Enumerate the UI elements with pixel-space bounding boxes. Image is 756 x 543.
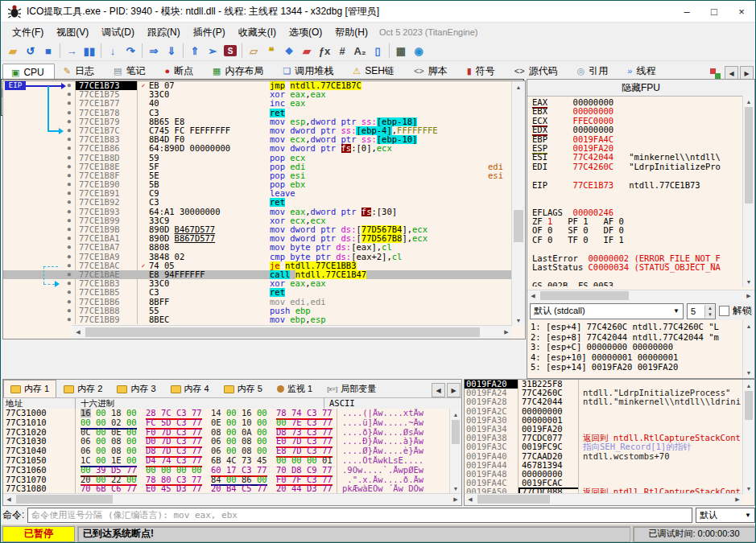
arguments-vscrollbar[interactable]: ▲ ▼ — [742, 320, 754, 378]
breakpoint-dot[interactable]: ● — [3, 261, 76, 270]
breakpoint-dot[interactable]: ● — [3, 279, 76, 288]
breakpoint-dot[interactable]: ● — [3, 198, 76, 207]
dump-tab-内存 4[interactable]: 内存 4 — [163, 380, 217, 397]
trace-into-user-icon[interactable]: ➢ — [204, 43, 221, 59]
dump-tab-scroll-left-icon[interactable]: ◀ — [432, 383, 445, 397]
unlock-checkbox[interactable] — [719, 306, 729, 316]
breakpoint-dot[interactable]: ● — [3, 189, 76, 198]
memory-goto-icon[interactable]: ▯ — [369, 43, 386, 59]
argument-line[interactable]: 4: [esp+10] 00000001 00000001 — [527, 352, 743, 363]
calculator-icon[interactable]: ▦ — [392, 43, 410, 59]
registers-vscrollbar[interactable]: ▲ ▼ — [742, 96, 754, 287]
disasm-row[interactable]: ●77CE1B7740inc eax — [3, 99, 512, 108]
tab-日志[interactable]: ✎日志 — [55, 61, 105, 80]
breakpoint-dot[interactable]: ● — [3, 253, 76, 261]
step-into-icon[interactable]: ↓ — [104, 43, 122, 59]
tab-CPU[interactable]: ▣CPU — [2, 64, 55, 80]
stack-row[interactable]: 0019FA3C0019FC9C指向SEH_Record[1]的指针 — [465, 442, 743, 451]
breakpoint-dot[interactable]: ● — [3, 288, 76, 297]
breakpoint-dot[interactable]: ● — [3, 171, 76, 180]
dump-tab-内存 5[interactable]: 内存 5 — [217, 380, 270, 397]
dump-tab-内存 3[interactable]: 内存 3 — [109, 380, 163, 397]
registers-hscrollbar[interactable]: ◀ ▶ — [527, 290, 754, 302]
stack-hscrollbar[interactable]: ◀ ▶ — [465, 493, 743, 505]
menu-item-调[interactable]: 调试(D) — [95, 25, 141, 39]
menu-item-收[interactable]: 收藏夹(I) — [232, 25, 283, 39]
disassembly-vscrollbar[interactable]: ▲ ▼ — [511, 81, 525, 326]
disasm-row[interactable]: ●77CE1B8664:890D 00000000mov dword ptr f… — [3, 144, 512, 153]
dump-tab-局部变量[interactable]: [x=]局部变量 — [320, 380, 383, 397]
disasm-row[interactable]: ●77CE1BB68BFFmov edi,edi — [3, 298, 512, 306]
menu-item-帮[interactable]: 帮助(H) — [328, 25, 374, 39]
disasm-row[interactable]: ●77CE1BB98BECmov ebp,esp — [3, 315, 512, 324]
close-button[interactable]: × — [728, 1, 755, 22]
disasm-row[interactable]: ●77CE1BB5C3ret — [3, 288, 512, 297]
breakpoint-dot[interactable]: ● — [3, 144, 76, 153]
breakpoint-dot[interactable]: ● — [3, 216, 76, 225]
menu-item-插[interactable]: 插件(P) — [187, 25, 232, 39]
breakpoint-dot[interactable]: ● — [3, 225, 76, 234]
breakpoint-dot[interactable]: ● — [3, 109, 76, 117]
tab-引用[interactable]: ◎引用 — [568, 61, 619, 80]
tab-内存布局[interactable]: ▦内存布局 — [204, 61, 274, 80]
minimize-button[interactable]: – — [673, 1, 700, 22]
menu-item-选[interactable]: 选项(O) — [283, 25, 328, 39]
assemble-icon[interactable]: A₂ — [351, 43, 369, 59]
calling-convention-select[interactable]: 默认 (stdcall)▼ — [530, 303, 684, 319]
disasm-row[interactable]: ●77CE1B8D59pop ecx — [3, 154, 512, 162]
dump-tab-内存 2[interactable]: 内存 2 — [56, 380, 109, 397]
register-line[interactable]: EDI 77C4260C "LdrpInitializePro — [527, 162, 743, 171]
patches-icon[interactable]: ▱ — [245, 43, 262, 59]
stack-vscrollbar[interactable]: ▲ ▼ — [742, 380, 754, 494]
dump-hscrollbar[interactable]: ◀ ▶ — [3, 493, 461, 505]
stack-row[interactable]: 0019FA2877C42044ntdll."minkernel\\ntdll\… — [465, 397, 743, 406]
tab-符号[interactable]: ▮符号 — [458, 61, 506, 80]
breakpoint-dot[interactable]: ● — [3, 208, 76, 216]
pause-icon[interactable]: ▮▮ — [81, 43, 98, 59]
register-line[interactable]: EIP 77CE1B73 ntdll.77CE1B73 — [527, 181, 743, 190]
maximize-button[interactable]: □ — [700, 1, 728, 22]
argument-line[interactable]: 3: [esp+C] 00000000 00000000 — [527, 342, 743, 352]
labels-icon[interactable]: ⬥ — [280, 43, 298, 59]
argument-line[interactable]: 5: [esp+14] 0019FA20 0019FA20 — [527, 362, 743, 372]
tab-脚本[interactable]: <>脚本 — [405, 61, 458, 80]
functions-icon[interactable]: ƒx — [316, 43, 333, 59]
dump-tab-内存 1[interactable]: 内存 1 — [3, 380, 56, 397]
breakpoint-dot[interactable]: ● — [3, 135, 76, 144]
command-input[interactable]: 命令使用逗号分隔 (像汇编语言): mov eax, ebx — [27, 508, 692, 523]
run-icon[interactable]: → — [63, 43, 81, 59]
disasm-row[interactable]: ●77CE1B92C3ret — [3, 198, 512, 207]
stop-trace-icon[interactable]: S — [224, 45, 237, 56]
menu-item-文[interactable]: 文件(F) — [6, 25, 50, 39]
command-mode-select[interactable]: 默认▼ — [696, 508, 755, 523]
breakpoint-dot[interactable]: ● — [3, 298, 76, 306]
tab-源代码[interactable]: <>源代码 — [506, 61, 568, 80]
breakpoint-dot[interactable]: ● — [3, 234, 76, 243]
breakpoint-dot[interactable]: ● — [3, 315, 76, 324]
register-line[interactable]: CF 0 TF 0 IF 1 — [527, 236, 743, 245]
breakpoint-dot[interactable]: ● — [3, 154, 76, 162]
breakpoint-dot[interactable]: ● — [3, 162, 76, 171]
breakpoint-dot[interactable]: ● — [3, 81, 76, 90]
execute-till-return-icon[interactable]: ⇒ — [145, 43, 163, 59]
breakpoint-dot[interactable]: ● — [3, 99, 76, 108]
hide-fpu-button[interactable]: 隐藏FPU — [527, 80, 754, 97]
register-line[interactable] — [527, 190, 743, 199]
register-line[interactable]: GS 002B FS 0053 — [527, 282, 743, 286]
hash-icon[interactable]: # — [333, 43, 351, 59]
blocks-icon[interactable] — [710, 68, 721, 79]
tab-线程[interactable]: »线程 — [618, 61, 666, 80]
menu-item-视[interactable]: 视图(V) — [50, 25, 95, 39]
disassembly-hscrollbar[interactable]: ◀ ▶ — [72, 325, 512, 339]
run-to-user-code-icon[interactable]: ⇑ — [186, 43, 204, 59]
open-file-icon[interactable]: ▰ — [4, 43, 22, 59]
step-over-icon[interactable]: ↷ — [122, 43, 139, 59]
stack-row[interactable]: 0019FA4077CAAD20ntdll.wcstombs+70 — [465, 452, 743, 461]
close-icon[interactable]: ■ — [39, 43, 57, 59]
breakpoint-dot[interactable]: ● — [3, 306, 76, 315]
register-line[interactable]: LastStatus C0000034 (STATUS_OBJECT_NA — [527, 263, 743, 272]
step-out-icon[interactable]: ⇓ — [163, 43, 180, 59]
dump-tab-监视 1[interactable]: 监视 1 — [270, 380, 320, 397]
arg-count-stepper[interactable]: 5 ▲▼ — [687, 303, 716, 319]
restart-icon[interactable]: ↺ — [22, 43, 39, 59]
